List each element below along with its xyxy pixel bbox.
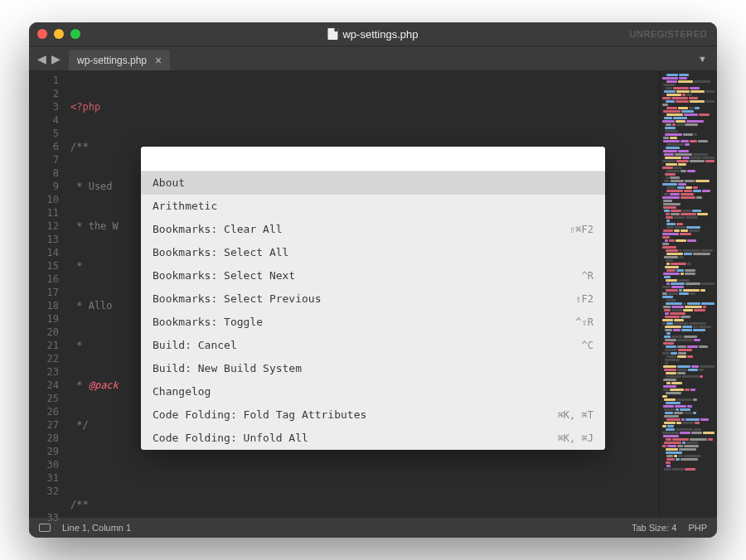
command-palette-item-label: Bookmarks: Clear All [153,223,283,236]
editor: 1 2 3 4 5 6 7 8 9 10 11 12 13 14 15 16 1… [29,70,717,518]
command-palette-list: AboutArithmeticBookmarks: Clear All⇧⌘F2B… [141,171,605,450]
file-tab[interactable]: wp-settings.php × [69,50,170,70]
command-palette-input-row [141,147,605,171]
status-tab-size[interactable]: Tab Size: 4 [632,523,676,533]
command-palette-item-label: Code Folding: Unfold All [153,432,308,445]
tab-close-button[interactable]: × [155,55,162,66]
traffic-lights [37,29,80,39]
nav-arrows: ◀ ▶ [29,46,69,70]
command-palette-item-label: Arithmetic [153,200,217,213]
panel-icon[interactable] [39,524,51,532]
command-palette-item-shortcut: ⌘K, ⌘J [558,432,593,445]
command-palette-item-shortcut: ⇧⌘F2 [569,223,593,236]
command-palette-item-label: Build: Cancel [153,339,237,352]
command-palette-item-label: Bookmarks: Select Next [153,269,295,282]
command-palette-item[interactable]: Changelog [141,380,605,403]
nav-forward-button[interactable]: ▶ [51,52,61,65]
command-palette-item[interactable]: Build: Cancel^C [141,334,605,357]
command-palette-item-shortcut: ⇧F2 [575,292,593,306]
command-palette-item-shortcut: ^C [582,339,593,352]
command-palette-item-label: Changelog [153,385,211,398]
command-palette-item[interactable]: Arithmetic [141,195,605,218]
command-palette-item-label: Build: New Build System [153,362,302,375]
command-palette-item[interactable]: Bookmarks: Toggle^⇧R [141,311,605,334]
tab-bar: ◀ ▶ wp-settings.php × ▼ [29,46,717,70]
status-bar: Line 1, Column 1 Tab Size: 4 PHP [29,518,717,538]
command-palette-item[interactable]: About [141,171,605,195]
window-title: wp-settings.php [327,28,418,41]
command-palette-item[interactable]: Code Folding: Fold Tag Attributes⌘K, ⌘T [141,403,605,427]
zoom-window-button[interactable] [70,29,80,39]
status-syntax[interactable]: PHP [688,523,707,533]
command-palette-item-label: Bookmarks: Select All [153,246,288,259]
command-palette-item-label: Bookmarks: Toggle [153,316,263,329]
command-palette-item-label: About [153,176,185,190]
tab-overflow-button[interactable]: ▼ [688,46,717,70]
command-palette-input[interactable] [151,152,595,165]
command-palette-item[interactable]: Bookmarks: Select All [141,241,605,264]
command-palette-item-shortcut: ⌘K, ⌘T [558,408,593,422]
status-cursor-position[interactable]: Line 1, Column 1 [62,523,131,533]
command-palette-item-shortcut: ^R [582,269,593,282]
app-window: wp-settings.php UNREGISTERED ◀ ▶ wp-sett… [29,22,717,538]
license-status: UNREGISTERED [630,29,707,39]
command-palette-item-label: Code Folding: Fold Tag Attributes [153,408,366,422]
command-palette-item-label: Bookmarks: Select Previous [153,292,322,306]
command-palette-item[interactable]: Build: New Build System [141,357,605,380]
command-palette: AboutArithmeticBookmarks: Clear All⇧⌘F2B… [141,147,605,450]
title-filename: wp-settings.php [342,28,418,41]
file-icon [327,28,337,40]
nav-back-button[interactable]: ◀ [37,52,46,65]
command-palette-item[interactable]: Bookmarks: Clear All⇧⌘F2 [141,218,605,241]
minimap[interactable] [659,70,717,518]
tab-label: wp-settings.php [77,55,147,66]
command-palette-item-shortcut: ^⇧R [575,316,593,329]
line-number-gutter: 1 2 3 4 5 6 7 8 9 10 11 12 13 14 15 16 1… [29,70,65,518]
close-window-button[interactable] [37,29,47,39]
titlebar: wp-settings.php UNREGISTERED [29,22,717,46]
command-palette-item[interactable]: Code Folding: Unfold All⌘K, ⌘J [141,427,605,450]
minimize-window-button[interactable] [54,29,64,39]
command-palette-item[interactable]: Bookmarks: Select Next^R [141,264,605,287]
command-palette-item[interactable]: Bookmarks: Select Previous⇧F2 [141,287,605,311]
